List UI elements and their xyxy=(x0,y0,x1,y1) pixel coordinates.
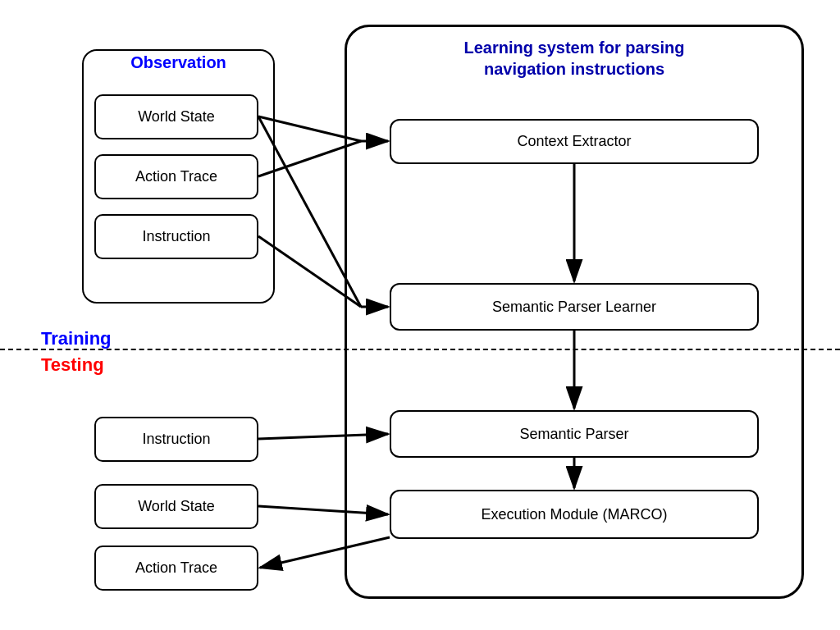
svg-line-5 xyxy=(258,236,361,307)
svg-line-2 xyxy=(258,116,361,141)
svg-line-6 xyxy=(258,116,361,307)
svg-line-12 xyxy=(258,506,388,514)
svg-line-13 xyxy=(260,537,390,568)
arrows-svg xyxy=(0,0,840,630)
diagram-container: Learning system for parsing navigation i… xyxy=(0,0,840,630)
svg-line-11 xyxy=(258,434,388,439)
